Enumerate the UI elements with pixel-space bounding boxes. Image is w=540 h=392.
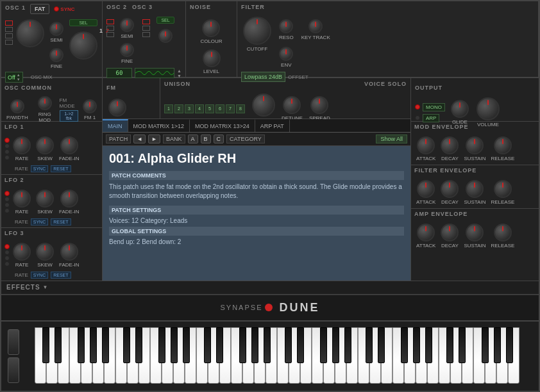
- lfo1-fadein-knob[interactable]: [60, 136, 78, 154]
- key-fs2[interactable]: [158, 327, 165, 363]
- lfo2-fadein-knob[interactable]: [60, 190, 78, 208]
- amp-decay-knob[interactable]: [441, 224, 459, 241]
- tab-arp-pat[interactable]: ARP PAT: [255, 119, 290, 132]
- spread-knob[interactable]: [310, 96, 328, 114]
- osc1-osc-mix-knob[interactable]: [69, 31, 97, 60]
- amp-sustain-knob[interactable]: [466, 224, 484, 241]
- voice-btn-7[interactable]: 7: [226, 104, 235, 113]
- key-gs2[interactable]: [171, 327, 178, 363]
- key-fs6[interactable]: [482, 327, 489, 363]
- key-gs6[interactable]: [494, 327, 501, 363]
- key-fs3[interactable]: [239, 327, 246, 363]
- key-gs3[interactable]: [251, 327, 258, 363]
- arp-btn[interactable]: ARP: [423, 114, 439, 122]
- key-cs1[interactable]: [42, 327, 49, 363]
- voice-btn-4[interactable]: 4: [195, 104, 204, 113]
- key-gs4[interactable]: [332, 327, 339, 363]
- lfo3-skew-knob[interactable]: [36, 243, 54, 261]
- osc-down-arrow[interactable]: ▼: [17, 78, 21, 81]
- lfo3-fadein-knob[interactable]: [60, 243, 78, 261]
- mod-wheel[interactable]: [8, 357, 19, 383]
- voice-btn-2[interactable]: 2: [174, 104, 183, 113]
- amp-attack-knob[interactable]: [417, 224, 435, 241]
- show-all-btn[interactable]: Show All: [376, 135, 407, 143]
- filter-keytrack-knob[interactable]: [308, 19, 323, 33]
- key-ds6[interactable]: [459, 327, 466, 363]
- key-gs5[interactable]: [413, 327, 420, 363]
- effects-dropdown-arrow[interactable]: ▼: [43, 284, 48, 290]
- tab-mod-matrix-1[interactable]: MOD MATRIX 1>12: [128, 119, 190, 132]
- osc-up-arrow[interactable]: ▲: [17, 73, 21, 77]
- bank-b-btn[interactable]: B: [201, 135, 211, 143]
- lfo2-sync-btn[interactable]: SYNC: [31, 218, 48, 225]
- key-cs4[interactable]: [285, 327, 292, 363]
- osc2-semi-knob[interactable]: [120, 18, 134, 32]
- key-as1[interactable]: [102, 327, 109, 363]
- osc2-fine-knob[interactable]: [120, 43, 134, 57]
- mod-release-knob[interactable]: [494, 136, 512, 154]
- osc1-semi-knob[interactable]: [49, 22, 63, 36]
- key-as3[interactable]: [264, 327, 271, 363]
- key-fs5[interactable]: [401, 327, 408, 363]
- mod-attack-knob[interactable]: [417, 136, 435, 154]
- key-cs6[interactable]: [446, 327, 453, 363]
- fm-mode-btn[interactable]: 1->2 fbk: [60, 110, 78, 122]
- tab-mod-matrix-2[interactable]: MOD MATRIX 13>24: [190, 119, 255, 132]
- osc1-main-knob[interactable]: [16, 19, 44, 47]
- patch-next-btn[interactable]: ►: [148, 135, 160, 143]
- bank-c-btn[interactable]: C: [214, 135, 224, 143]
- key-ds3[interactable]: [216, 327, 223, 363]
- osc-mix-down[interactable]: ▼: [177, 74, 181, 78]
- lfo3-rate-knob[interactable]: [13, 243, 31, 261]
- osc1-sel-btn[interactable]: SEL: [69, 19, 97, 26]
- mod-sustain-knob[interactable]: [466, 136, 484, 154]
- pitch-wheel[interactable]: [8, 329, 19, 355]
- voice-btn-6[interactable]: 6: [215, 104, 224, 113]
- key-ds5[interactable]: [378, 327, 385, 363]
- filter-sustain-knob[interactable]: [466, 180, 484, 198]
- lfo3-sync-btn[interactable]: SYNC: [31, 272, 48, 279]
- key-as4[interactable]: [344, 327, 351, 363]
- lfo3-reset-btn[interactable]: RESET: [51, 272, 71, 279]
- lfo2-rate-knob[interactable]: [13, 190, 31, 208]
- key-ds4[interactable]: [297, 327, 304, 363]
- detune-knob[interactable]: [283, 96, 301, 114]
- osc3-sel-btn[interactable]: SEL: [156, 17, 174, 24]
- osc1-fine-knob[interactable]: [49, 48, 63, 62]
- fm1-knob[interactable]: [83, 99, 97, 113]
- key-as5[interactable]: [425, 327, 432, 363]
- pwidth-knob[interactable]: [10, 99, 24, 113]
- key-fs1[interactable]: [78, 327, 85, 363]
- amp-release-knob[interactable]: [494, 224, 512, 241]
- ring-mod-knob[interactable]: [38, 96, 52, 110]
- patch-prev-btn[interactable]: ◄: [133, 135, 146, 143]
- filter-cutoff-knob[interactable]: [243, 17, 271, 45]
- filter-release-knob[interactable]: [494, 180, 512, 198]
- filter-env-knob[interactable]: [279, 47, 293, 61]
- key-ds1[interactable]: [55, 327, 62, 363]
- voice-btn-3[interactable]: 3: [185, 104, 194, 113]
- filter-reso-knob[interactable]: [279, 19, 293, 33]
- filter-decay-knob[interactable]: [441, 180, 459, 198]
- osc-mix-up[interactable]: ▲: [177, 69, 181, 73]
- key-cs5[interactable]: [366, 327, 373, 363]
- lfo1-sync-btn[interactable]: SYNC: [31, 165, 48, 172]
- tab-main[interactable]: MAIN: [103, 119, 128, 132]
- lfo1-skew-knob[interactable]: [36, 136, 54, 154]
- lfo2-skew-knob[interactable]: [36, 190, 54, 208]
- key-fs4[interactable]: [320, 327, 327, 363]
- glide-knob[interactable]: [451, 100, 469, 118]
- voice-btn-5[interactable]: 5: [205, 104, 214, 113]
- key-gs1[interactable]: [90, 327, 97, 363]
- noise-colour-knob[interactable]: [202, 19, 220, 37]
- lfo1-rate-knob[interactable]: [13, 136, 31, 154]
- key-cs3[interactable]: [204, 327, 211, 363]
- fm2-knob[interactable]: [108, 99, 126, 117]
- lfo2-reset-btn[interactable]: RESET: [51, 218, 71, 225]
- key-cs2[interactable]: [123, 327, 130, 363]
- voice-btn-8[interactable]: 8: [236, 104, 245, 113]
- voice-btn-1[interactable]: 1: [164, 104, 173, 113]
- mono-btn[interactable]: MONO: [423, 103, 445, 111]
- osc3-level-knob[interactable]: [158, 29, 173, 43]
- noise-level-knob[interactable]: [203, 49, 221, 67]
